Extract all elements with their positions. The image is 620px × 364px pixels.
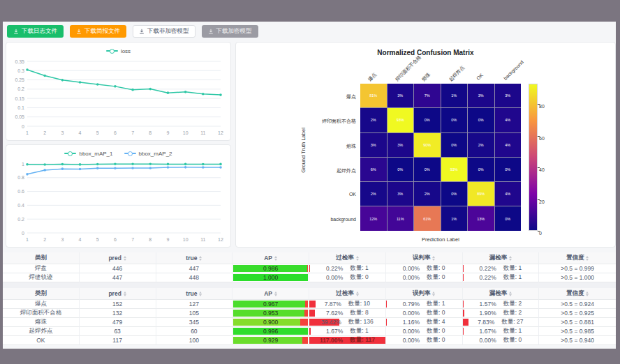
rate-value: 0.00% <box>403 328 420 335</box>
column-header-误判率[interactable]: 误判率 <box>386 288 463 300</box>
download-button-0[interactable]: 下载日志文件 <box>7 25 64 38</box>
column-header-置信度[interactable]: 置信度 <box>539 288 616 300</box>
sort-caret-icon[interactable] <box>356 290 359 298</box>
overkill-rate-cell: 39.42%数量: 136 <box>309 318 386 327</box>
svg-text:0.2: 0.2 <box>17 86 24 91</box>
legend-item-bbox_mAP_1[interactable]: bbox_mAP_1 <box>64 151 112 157</box>
column-header-label: 漏检率 <box>489 254 508 262</box>
sort-caret-icon[interactable] <box>432 290 435 298</box>
confidence-cell: >0.5 = 0.999 <box>539 264 616 273</box>
true-count-cell: 345 <box>156 318 233 327</box>
sort-caret-icon[interactable] <box>124 255 126 262</box>
svg-text:7: 7 <box>131 130 134 135</box>
rate-count: 数量: 117 <box>350 336 375 344</box>
matrix-cell: 6% <box>360 158 387 181</box>
misjudge-rate-cell: 0.79%数量: 1 <box>386 300 463 309</box>
confidence-cell: >0.5 = 0.940 <box>539 336 616 345</box>
column-header-label: 过检率 <box>336 289 354 298</box>
column-header-AP[interactable]: AP <box>232 252 309 264</box>
table-row: 熔珠4793450.90039.42%数量: 1361.16%数量: 47.83… <box>3 318 616 327</box>
rate-count: 数量: 0 <box>427 336 445 344</box>
matrix-cell: 90% <box>414 133 441 157</box>
pred-count-cell: 132 <box>80 309 156 318</box>
rate-value: 39.42% <box>321 319 341 326</box>
legend-item-loss[interactable]: loss <box>106 48 131 54</box>
sort-caret-icon[interactable] <box>432 255 435 262</box>
matrix-cell: 1% <box>441 84 468 107</box>
column-header-pred[interactable]: pred <box>80 288 156 300</box>
download-button-1[interactable]: 下载简报文件 <box>70 25 126 38</box>
download-button-2[interactable]: 下载非加密模型 <box>133 25 195 38</box>
legend-label: bbox_mAP_1 <box>79 151 112 157</box>
rate-count: 数量: 1 <box>350 264 368 273</box>
miss-rate-cell: 1.67%数量: 1 <box>463 327 540 336</box>
sort-caret-icon[interactable] <box>509 290 512 298</box>
svg-text:4: 4 <box>79 130 82 135</box>
sort-caret-icon[interactable] <box>509 255 512 262</box>
ap-value: 0.996 <box>263 328 278 335</box>
download-toolbar: 下载日志文件下载简报文件下载非加密模型下载加密模型 <box>7 25 258 38</box>
matrix-cell: 2% <box>360 108 387 132</box>
class-name-cell: OK <box>3 336 80 345</box>
sort-caret-icon[interactable] <box>199 290 202 298</box>
sort-caret-icon[interactable] <box>124 290 126 298</box>
rate-value: 0.00% <box>326 274 343 281</box>
sort-caret-icon[interactable] <box>356 255 359 262</box>
rate-value: 117.00% <box>320 337 343 344</box>
download-button-3[interactable]: 下载加密模型 <box>202 25 258 38</box>
sort-caret-icon[interactable] <box>274 290 277 298</box>
loss-chart-card: loss 00.050.10.150.20.250.30.35123456789… <box>6 42 231 141</box>
colorbar-tick-label: 80 <box>539 104 545 109</box>
rate-value: 1.16% <box>403 319 420 326</box>
column-header-置信度[interactable]: 置信度 <box>539 252 616 264</box>
svg-text:3: 3 <box>61 130 64 135</box>
matrix-cell: 4% <box>495 133 522 157</box>
column-header-过检率[interactable]: 过检率 <box>309 288 386 300</box>
svg-text:12: 12 <box>218 237 223 242</box>
legend-item-bbox_mAP_2[interactable]: bbox_mAP_2 <box>124 151 172 157</box>
overkill-rate-cell: 117.00%数量: 117 <box>309 336 386 345</box>
rate-value: 0.22% <box>326 265 343 272</box>
svg-text:5: 5 <box>96 130 99 135</box>
matrix-cell: 4% <box>495 108 522 132</box>
matrix-cell: 0% <box>388 158 414 181</box>
sort-caret-icon[interactable] <box>199 255 202 262</box>
svg-text:0: 0 <box>22 124 24 129</box>
svg-text:1: 1 <box>26 130 29 135</box>
overkill-rate-cell: 7.87%数量: 10 <box>309 300 386 309</box>
table-row: 焊盘4464470.9860.22%数量: 10.00%数量: 00.22%数量… <box>3 264 616 273</box>
rate-count: 数量: 1 <box>503 327 522 335</box>
matrix-cell: 2% <box>468 133 494 157</box>
matrix-cell: 0% <box>495 158 522 181</box>
rate-value: 1.67% <box>480 328 496 335</box>
line-series-icon <box>106 48 118 54</box>
matrix-row-label: background <box>271 217 356 222</box>
download-icon <box>13 29 19 34</box>
ap-value: 0.986 <box>263 265 278 272</box>
colorbar-tick-label: 60 <box>539 135 545 140</box>
miss-rate-bar <box>463 319 469 326</box>
true-count-cell: 127 <box>156 300 233 309</box>
metrics-table-0: 类别predtrueAP过检率误判率漏检率置信度焊盘4464470.9860.2… <box>3 252 616 282</box>
column-header-true[interactable]: true <box>156 252 233 264</box>
column-header-label: 类别 <box>35 254 47 262</box>
column-header-漏检率[interactable]: 漏检率 <box>463 288 540 300</box>
ap-value: 0.967 <box>263 301 278 308</box>
column-header-true[interactable]: true <box>156 288 233 300</box>
matrix-col-label: 焊印面积不合格 <box>393 54 422 83</box>
column-header-AP[interactable]: AP <box>232 288 309 300</box>
column-header-误判率[interactable]: 误判率 <box>386 252 463 264</box>
rate-count: 数量: 2 <box>503 309 522 317</box>
sort-caret-icon[interactable] <box>586 255 589 262</box>
svg-text:0.3: 0.3 <box>17 68 24 73</box>
matrix-cell: 93% <box>388 108 414 132</box>
confusion-matrix-grid: 81%3%7%1%3%3%2%93%0%0%0%4%3%3%90%0%2%4%6… <box>360 84 521 231</box>
svg-text:0.25: 0.25 <box>15 77 24 82</box>
column-header-漏检率[interactable]: 漏检率 <box>463 252 540 264</box>
column-header-过检率[interactable]: 过检率 <box>309 252 386 264</box>
confidence-cell: >0.5 = 0.924 <box>539 300 616 309</box>
matrix-cell: 3% <box>360 133 387 157</box>
column-header-pred[interactable]: pred <box>80 252 156 264</box>
sort-caret-icon[interactable] <box>274 255 277 262</box>
sort-caret-icon[interactable] <box>586 290 589 298</box>
